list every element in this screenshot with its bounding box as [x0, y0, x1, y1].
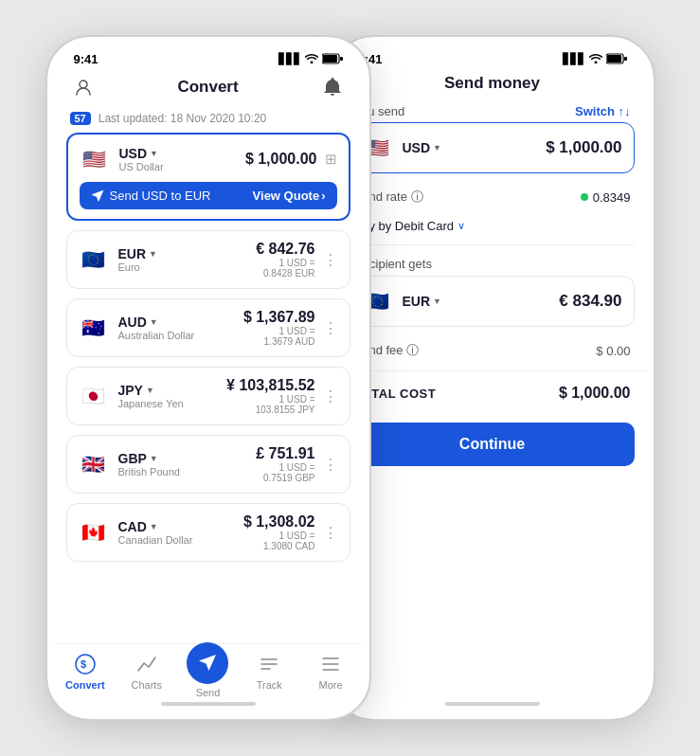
send-label: Send USD to EUR	[110, 189, 211, 203]
phone-convert: 9:41 ▋▋▋	[47, 37, 369, 719]
eur-name: Euro	[118, 261, 157, 273]
cad-card[interactable]: 🇨🇦 CAD ▼ Canadian Dollar $ 1,308.02 1 US…	[66, 503, 350, 562]
svg-rect-2	[340, 57, 343, 61]
wifi-icon-1	[305, 53, 318, 65]
cad-name: Canadian Dollar	[118, 534, 193, 546]
usd-name: US Dollar	[119, 161, 164, 172]
bell-icon[interactable]	[319, 74, 346, 100]
nav-header-1: Convert	[55, 70, 362, 108]
jpy-card[interactable]: 🇯🇵 JPY ▼ Japanese Yen ¥ 103,815.52 1 USD…	[66, 367, 350, 425]
jpy-code: JPY ▼	[118, 383, 184, 398]
cad-code: CAD ▼	[118, 519, 193, 534]
tab-track[interactable]: Track	[239, 652, 300, 691]
gbp-rate: 1 USD =0.7519 GBP	[256, 462, 314, 483]
send-tab-icon	[187, 642, 228, 684]
update-bar: 57 Last updated: 18 Nov 2020 10:20	[55, 108, 362, 133]
send-money-title: Send money	[444, 74, 540, 93]
tab-send-label: Send	[196, 687, 221, 698]
tab-more[interactable]: More	[300, 652, 362, 691]
cad-amount: $ 1,308.02	[243, 513, 315, 531]
update-text: Last updated: 18 Nov 2020 10:20	[99, 112, 266, 125]
aud-flag: 🇦🇺	[79, 313, 109, 343]
send-fee-row: Send fee ⓘ $ 0.00	[339, 334, 646, 367]
tab-convert-label: Convert	[65, 679, 105, 691]
view-quote-btn[interactable]: View Quote ›	[253, 189, 326, 203]
you-send-section[interactable]: 🇺🇸 USD ▼ $ 1,000.00	[350, 122, 635, 173]
page-title-1: Convert	[177, 78, 238, 97]
status-bar-2: 9:41 ▋▋▋	[339, 45, 646, 70]
tab-convert[interactable]: $ Convert	[55, 652, 117, 691]
pay-method-row[interactable]: Pay by Debit Card ∨	[339, 213, 646, 243]
update-badge: 57	[70, 112, 91, 125]
svg-rect-14	[624, 57, 627, 61]
charts-tab-icon	[135, 652, 159, 676]
send-rate-row: Send rate ⓘ 0.8349	[339, 181, 646, 213]
gbp-flag: 🇬🇧	[79, 449, 109, 479]
tab-send[interactable]: Send	[177, 652, 239, 698]
jpy-rate: 1 USD =103.8155 JPY	[226, 394, 314, 415]
tab-charts-label: Charts	[131, 679, 161, 691]
total-cost-bar: TOTAL COST $ 1,000.00	[339, 370, 646, 415]
eur-flag: 🇪🇺	[79, 244, 109, 275]
continue-button[interactable]: Continue	[350, 423, 635, 466]
jpy-amount: ¥ 103,815.52	[226, 377, 314, 394]
eur-card[interactable]: 🇪🇺 EUR ▼ Euro € 842.76 1 USD =0.8428 EUR…	[66, 230, 350, 289]
home-indicator-1	[161, 702, 256, 706]
svg-text:$: $	[81, 658, 86, 670]
recipient-eur-amount: € 834.90	[559, 292, 621, 311]
time-1: 9:41	[74, 52, 99, 66]
wifi-icon-2	[589, 53, 602, 65]
gbp-menu-icon[interactable]: ⋮	[323, 456, 338, 474]
status-icons-1: ▋▋▋	[278, 53, 343, 66]
grid-icon[interactable]: ⊞	[325, 151, 337, 168]
send-rate-info-icon: ⓘ	[411, 189, 423, 204]
signal-icon-2: ▋▋▋	[563, 53, 585, 65]
gbp-amount: £ 751.91	[256, 445, 314, 462]
cad-rate: 1 USD =1.3080 CAD	[243, 531, 315, 551]
eur-code: EUR ▼	[118, 246, 157, 261]
svg-rect-13	[607, 55, 621, 63]
eur-rate: 1 USD =0.8428 EUR	[256, 258, 314, 279]
jpy-flag: 🇯🇵	[79, 381, 109, 411]
aud-code: AUD ▼	[118, 315, 195, 330]
eur-menu-icon[interactable]: ⋮	[323, 251, 338, 269]
rate-status-dot	[581, 193, 588, 201]
pay-method-arrow: ∨	[458, 220, 465, 232]
send-usd-code: USD ▼	[403, 140, 441, 155]
recipient-gets-section[interactable]: 🇪🇺 EUR ▼ € 834.90	[350, 276, 635, 327]
battery-icon-2	[606, 53, 627, 66]
tab-charts[interactable]: Charts	[116, 652, 177, 691]
aud-rate: 1 USD =1.3679 AUD	[243, 326, 315, 347]
gbp-code: GBP ▼	[118, 451, 180, 466]
status-icons-2: ▋▋▋	[563, 53, 627, 66]
more-tab-icon	[318, 652, 343, 676]
cad-menu-icon[interactable]: ⋮	[323, 524, 338, 542]
profile-icon[interactable]	[70, 74, 97, 100]
eur-amount: € 842.76	[256, 241, 314, 258]
aud-menu-icon[interactable]: ⋮	[323, 319, 338, 337]
send-rate-value: 0.8349	[593, 190, 631, 205]
section-divider	[350, 244, 635, 245]
status-bar-1: 9:41 ▋▋▋	[55, 45, 362, 70]
home-indicator-2	[445, 702, 540, 706]
signal-icon-1: ▋▋▋	[278, 53, 301, 65]
recipient-eur-code: EUR ▼	[403, 294, 441, 309]
send-bar[interactable]: Send USD to EUR View Quote ›	[80, 182, 337, 209]
aud-amount: $ 1,367.89	[243, 309, 315, 326]
send-usd-amount: $ 1,000.00	[546, 138, 621, 157]
svg-point-3	[80, 81, 87, 88]
send-fee-value: $ 0.00	[596, 344, 630, 358]
battery-icon-1	[322, 53, 343, 66]
svg-rect-1	[323, 55, 337, 63]
phone-send-money: 9:41 ▋▋▋	[332, 37, 654, 719]
aud-card[interactable]: 🇦🇺 AUD ▼ Australian Dollar $ 1,367.89 1 …	[66, 298, 350, 357]
gbp-card[interactable]: 🇬🇧 GBP ▼ British Pound £ 751.91 1 USD =0…	[66, 435, 350, 494]
gbp-name: British Pound	[118, 466, 180, 477]
send-fee-info-icon: ⓘ	[406, 343, 419, 357]
active-currency-card[interactable]: 🇺🇸 USD ▼ US Dollar $ 1,000.00 ⊞	[66, 133, 350, 221]
switch-button[interactable]: Switch ↑↓	[575, 104, 631, 118]
jpy-menu-icon[interactable]: ⋮	[323, 387, 338, 405]
send-money-header: Send money	[339, 70, 646, 100]
track-tab-icon	[257, 652, 281, 676]
cad-flag: 🇨🇦	[79, 517, 109, 548]
